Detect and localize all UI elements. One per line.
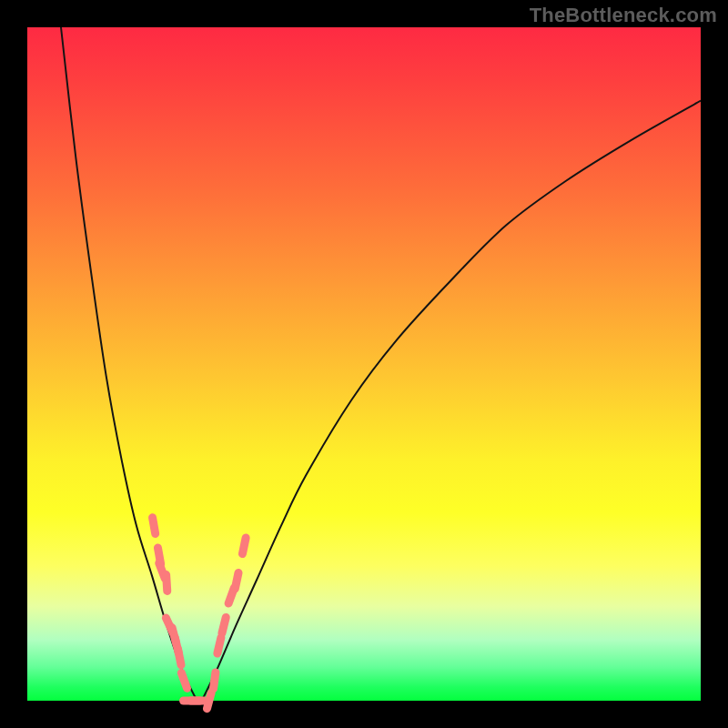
marker-tick [214,672,216,689]
marker-tick [153,518,156,534]
marker-group [153,518,247,709]
marker-tick [235,572,238,589]
marker-tick [167,575,167,592]
marker-tick [181,672,187,688]
chart-frame [27,27,701,701]
marker-tick [217,638,221,654]
right-branch-curve [202,101,701,701]
left-branch-curve [61,27,197,701]
marker-tick [177,649,181,665]
watermark: TheBottleneck.com [530,4,717,27]
marker-tick [207,693,211,708]
chart-svg [27,27,701,701]
marker-tick [242,538,246,554]
marker-tick [222,617,226,632]
